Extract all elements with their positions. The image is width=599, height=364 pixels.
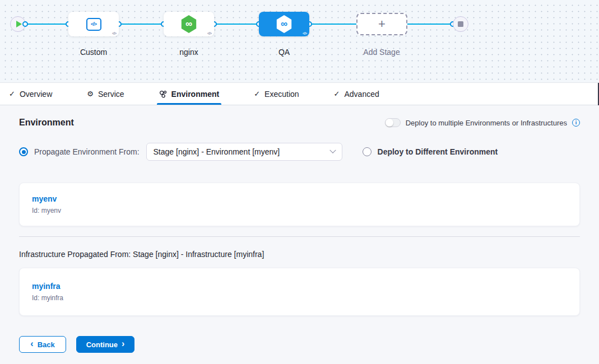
deploy-stage-icon: ∞ — [180, 15, 197, 33]
infrastructure-propagated-heading: Infrastructure Propagated From: Stage [n… — [19, 250, 580, 259]
stage-label-custom: Custom — [60, 48, 127, 57]
add-stage-button[interactable]: + — [356, 13, 407, 35]
stage-node-qa[interactable]: ∞ </> — [259, 12, 309, 36]
chevron-right-icon: › — [122, 339, 124, 348]
add-stage-label: Add Stage — [348, 48, 415, 57]
infrastructure-name-link[interactable]: myinfra — [32, 282, 567, 291]
back-button[interactable]: ‹ Back — [19, 336, 66, 353]
stage-node-custom[interactable]: </> </> — [68, 12, 119, 36]
stage-label-qa: QA — [250, 48, 318, 57]
environment-id-text: Id: myenv — [32, 207, 567, 214]
check-icon: ✓ — [254, 90, 260, 97]
tab-advanced[interactable]: ✓ Advanced — [333, 83, 380, 105]
pipeline-end-node[interactable] — [453, 16, 468, 32]
check-icon: ✓ — [9, 90, 15, 97]
propagate-environment-radio[interactable] — [19, 147, 28, 156]
deploy-stage-icon: ∞ — [276, 15, 292, 33]
tab-label: Service — [98, 90, 124, 99]
custom-stage-icon: </> — [86, 18, 101, 31]
chevron-down-icon — [329, 147, 336, 153]
section-title: Environment — [19, 118, 74, 128]
toggle-knob — [386, 119, 393, 127]
port-start-out[interactable] — [22, 21, 28, 27]
code-toggle-icon: </> — [303, 31, 307, 35]
plus-icon: + — [378, 17, 386, 31]
tab-overview[interactable]: ✓ Overview — [8, 83, 53, 105]
pipeline-canvas: </> </> Custom ∞ </> nginx ∞ </> QA + Ad… — [0, 0, 599, 82]
gear-icon: ⚙ — [87, 90, 94, 97]
infrastructure-id-text: Id: myinfra — [32, 294, 567, 302]
environment-icon — [159, 90, 167, 98]
environment-tab-panel: Environment Deploy to multiple Environme… — [0, 105, 599, 353]
environment-card[interactable]: myenv Id: myenv — [19, 183, 580, 226]
different-environment-radio-label: Deploy to Different Environment — [378, 147, 498, 156]
tab-environment[interactable]: Environment — [158, 83, 221, 105]
propagate-environment-radio-label: Propagate Environment From: — [34, 147, 140, 156]
code-toggle-icon: </> — [207, 31, 211, 35]
info-icon[interactable]: i — [572, 119, 580, 127]
stage-tab-bar: ✓ Overview ⚙ Service Environment ✓ Execu… — [0, 82, 599, 105]
different-environment-radio[interactable] — [363, 147, 372, 156]
multi-env-toggle[interactable] — [385, 118, 401, 127]
section-divider — [19, 236, 580, 237]
code-toggle-icon: </> — [112, 31, 116, 35]
tab-label: Execution — [264, 90, 299, 99]
play-icon — [16, 21, 22, 27]
environment-name-link[interactable]: myenv — [32, 194, 567, 203]
tab-service[interactable]: ⚙ Service — [86, 83, 125, 105]
propagate-stage-select[interactable]: Stage [nginx] - Environment [myenv] — [146, 143, 342, 161]
infrastructure-card[interactable]: myinfra Id: myinfra — [19, 268, 580, 316]
check-icon: ✓ — [334, 90, 340, 97]
stop-icon — [458, 21, 463, 27]
tab-label: Environment — [171, 90, 220, 99]
multi-env-toggle-label: Deploy to multiple Environments or Infra… — [406, 119, 567, 127]
page: { "icons": { "check": "✓", "gear": "⚙", … — [0, 0, 599, 364]
stage-node-nginx[interactable]: ∞ </> — [164, 12, 214, 36]
stage-label-nginx: nginx — [155, 48, 222, 57]
chevron-left-icon: ‹ — [30, 339, 33, 348]
tab-execution[interactable]: ✓ Execution — [253, 83, 300, 105]
propagate-stage-select-value: Stage [nginx] - Environment [myenv] — [154, 147, 280, 156]
tab-label: Overview — [20, 90, 52, 99]
continue-button[interactable]: Continue › — [76, 336, 134, 353]
tab-label: Advanced — [344, 90, 379, 99]
